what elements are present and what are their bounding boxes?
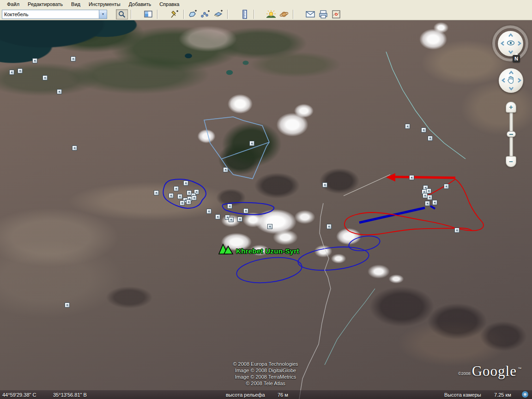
switch-to-sky-button[interactable] bbox=[278, 9, 290, 19]
photo-marker[interactable] bbox=[421, 127, 426, 133]
look-left-arrow[interactable] bbox=[500, 41, 506, 46]
search-dropdown-button[interactable]: ▾ bbox=[99, 10, 107, 18]
eye-icon bbox=[507, 40, 515, 46]
move-right-arrow[interactable] bbox=[516, 78, 522, 83]
photo-marker[interactable] bbox=[180, 200, 185, 206]
photo-marker[interactable] bbox=[177, 194, 182, 199]
add-polygon-button[interactable] bbox=[187, 9, 199, 19]
longitude-readout: 35°13'56.81" В bbox=[53, 392, 87, 398]
photo-marker[interactable] bbox=[42, 75, 48, 80]
photo-marker[interactable] bbox=[187, 190, 192, 195]
photo-marker[interactable] bbox=[223, 167, 228, 172]
email-icon bbox=[306, 11, 315, 18]
photo-marker[interactable] bbox=[444, 184, 449, 189]
photo-marker[interactable] bbox=[427, 195, 432, 200]
photo-marker[interactable] bbox=[72, 145, 77, 151]
photo-marker[interactable] bbox=[409, 175, 414, 180]
photo-marker[interactable] bbox=[326, 224, 332, 229]
sunlight-button[interactable] bbox=[265, 9, 277, 19]
map-viewport[interactable]: Khrebet Uzun-Syrt © 2008 Europa Technolo… bbox=[0, 20, 532, 399]
photo-marker[interactable] bbox=[405, 124, 410, 129]
zoom-slider-handle[interactable] bbox=[507, 131, 516, 137]
photo-marker[interactable] bbox=[249, 141, 254, 146]
move-down-arrow[interactable] bbox=[508, 85, 514, 91]
camera-altitude-label: Высота камеры bbox=[444, 392, 481, 398]
add-image-overlay-button[interactable] bbox=[212, 9, 224, 19]
photo-marker[interactable] bbox=[9, 70, 14, 75]
photo-marker[interactable] bbox=[192, 195, 197, 200]
toolbar: Коктебель ▾ bbox=[0, 8, 532, 20]
menu-help[interactable]: Справка bbox=[155, 0, 183, 8]
boundary-line-cyan-south bbox=[325, 289, 375, 365]
menu-file[interactable]: Файл bbox=[3, 0, 24, 8]
move-up-arrow[interactable] bbox=[508, 70, 514, 76]
copyright-line: © 2008 Tele Atlas bbox=[175, 380, 356, 387]
polygon-add-icon bbox=[187, 10, 198, 19]
photo-marker[interactable] bbox=[65, 302, 70, 308]
airstrip-line bbox=[344, 175, 390, 196]
zoom-in-button[interactable]: + bbox=[506, 102, 516, 113]
photo-marker[interactable] bbox=[322, 182, 327, 187]
photo-marker[interactable] bbox=[32, 58, 37, 63]
search-value: Коктебель bbox=[2, 12, 99, 17]
photo-marker[interactable] bbox=[227, 204, 232, 209]
image-overlay-add-icon bbox=[213, 10, 224, 19]
photo-marker[interactable] bbox=[237, 217, 242, 222]
menu-edit[interactable]: Редактировать bbox=[24, 0, 67, 8]
search-input[interactable]: Коктебель ▾ bbox=[2, 10, 107, 19]
menu-tools[interactable]: Инструменты bbox=[85, 0, 125, 8]
latitude-readout: 44°59'29.38" С bbox=[2, 392, 36, 398]
email-button[interactable] bbox=[304, 9, 316, 19]
photo-marker[interactable] bbox=[206, 209, 212, 214]
menu-add[interactable]: Добавить bbox=[125, 0, 156, 8]
photo-marker[interactable] bbox=[57, 89, 62, 94]
look-up-arrow[interactable] bbox=[508, 33, 514, 38]
photo-marker[interactable] bbox=[71, 56, 76, 61]
menu-view[interactable]: Вид bbox=[67, 0, 85, 8]
sidebar-toggle-button[interactable] bbox=[142, 9, 154, 19]
route-line-blue bbox=[359, 208, 425, 223]
move-left-arrow[interactable] bbox=[501, 78, 507, 83]
pushpin-add-icon bbox=[169, 10, 180, 19]
status-bar: 44°59'29.38" С 35°13'56.81" В высота рел… bbox=[0, 390, 532, 399]
menu-bar: Файл Редактировать Вид Инструменты Добав… bbox=[0, 0, 532, 8]
look-down-arrow[interactable] bbox=[508, 49, 514, 54]
area-outline-lightblue bbox=[204, 117, 269, 179]
photo-marker[interactable] bbox=[186, 200, 191, 205]
ruler-button[interactable] bbox=[239, 9, 251, 19]
placemark-khrebet-uzun-syrt[interactable]: Khrebet Uzun-Syrt bbox=[218, 243, 299, 255]
photo-marker[interactable] bbox=[18, 68, 23, 73]
area-outline-blue-south bbox=[235, 234, 381, 286]
add-path-button[interactable] bbox=[200, 9, 212, 19]
mountain-icon bbox=[218, 243, 234, 255]
maps-icon bbox=[332, 10, 340, 18]
route-outline-red bbox=[345, 173, 484, 235]
photo-marker[interactable] bbox=[267, 224, 272, 229]
photo-marker[interactable] bbox=[169, 193, 174, 198]
view-in-maps-button[interactable] bbox=[330, 9, 342, 19]
streaming-indicator-icon bbox=[522, 391, 528, 398]
photo-marker[interactable] bbox=[154, 190, 159, 195]
photo-marker[interactable] bbox=[243, 208, 248, 213]
logo-text: Google bbox=[472, 363, 517, 380]
photo-marker[interactable] bbox=[174, 186, 179, 191]
compass-north-indicator[interactable]: N bbox=[513, 55, 520, 62]
photo-marker[interactable] bbox=[215, 214, 220, 219]
search-button[interactable] bbox=[116, 9, 128, 19]
photo-marker[interactable] bbox=[229, 217, 234, 222]
elevation-value: 76 м bbox=[278, 392, 288, 398]
photo-marker[interactable] bbox=[425, 201, 430, 206]
look-right-arrow[interactable] bbox=[516, 41, 522, 46]
logo-year: ©2008 bbox=[458, 371, 471, 376]
elevation-label: высота рельефа bbox=[226, 392, 265, 398]
overlays-svg bbox=[0, 20, 532, 399]
zoom-out-button[interactable]: − bbox=[506, 156, 516, 167]
photo-marker[interactable] bbox=[432, 200, 437, 205]
print-button[interactable] bbox=[317, 9, 329, 19]
add-placemark-button[interactable] bbox=[169, 9, 181, 19]
printer-icon bbox=[319, 10, 328, 18]
photo-marker[interactable] bbox=[428, 136, 433, 141]
photo-marker[interactable] bbox=[183, 181, 188, 186]
photo-marker[interactable] bbox=[454, 228, 459, 233]
ruler-icon bbox=[242, 10, 248, 19]
